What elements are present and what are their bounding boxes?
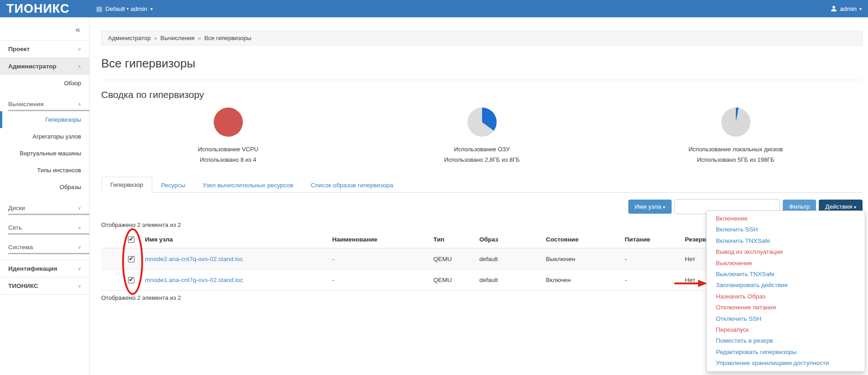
cell-naming: - (329, 248, 430, 269)
tionix-logo: ТИОНИКС (0, 2, 90, 16)
ram-pie-chart (467, 108, 497, 137)
sidebar-item-images[interactable]: Образы (0, 179, 89, 195)
menu-item-assign-image[interactable]: Назначить Образ (707, 291, 865, 302)
page-title: Все гипервизоры (101, 46, 863, 80)
actions-dropdown-menu: Включение Включить SSH Включить TNXSafe … (706, 211, 865, 372)
sidebar-group-label: Система (8, 244, 33, 251)
sidebar-group-disks[interactable]: Диски ∨ (0, 200, 89, 215)
chevron-down-icon: ∨ (78, 225, 81, 230)
sidebar-item-host-aggregates[interactable]: Агрегаторы узлов (0, 128, 89, 145)
tab-resources[interactable]: Ресурсы (152, 178, 194, 193)
actions-button-label: Действия (825, 203, 852, 210)
project-context-switcher[interactable]: ▤ Default • admin ▾ (96, 5, 153, 12)
chart-title: Использование ОЗУ (355, 144, 609, 154)
tab-bar: Гипервизор Ресурсы Узел вычислительных р… (101, 177, 863, 193)
chart-title: Использование VCPU (101, 144, 355, 154)
sidebar-item-label: ТИОНИКС (8, 283, 38, 289)
chevron-down-icon: ∨ (78, 205, 81, 211)
chevron-down-icon: ∨ (78, 245, 81, 250)
user-icon (831, 5, 837, 12)
sidebar-group-network[interactable]: Сеть ∨ (0, 220, 89, 235)
vcpu-usage-chart: Использование VCPU Использовано 8 из 4 (101, 108, 355, 165)
menu-item-power-disconnect[interactable]: Отключение питания (707, 302, 865, 313)
tab-hypervisor-images[interactable]: Список образов гипервизора (302, 178, 402, 193)
column-header-type: Тип (430, 231, 476, 248)
breadcrumb-separator: » (154, 35, 157, 41)
top-bar: ТИОНИКС ▤ Default • admin ▾ admin ▾ (0, 0, 868, 17)
tab-compute-host[interactable]: Узел вычислительных ресурсов (194, 178, 302, 193)
hypervisor-link[interactable]: mnode1.ana-cnt7q-ovs-02.stand.loc (145, 277, 243, 283)
column-header-node-name: Имя узла (141, 231, 329, 248)
hypervisor-summary-charts: Использование VCPU Использовано 8 из 4 И… (101, 108, 863, 165)
sidebar-item-hypervisors[interactable]: Гипервизоры (0, 111, 89, 128)
breadcrumb-current: Все гипервизоры (204, 35, 251, 41)
sidebar-item-overview[interactable]: Обзор (0, 75, 89, 92)
select-all-checkbox[interactable] (128, 236, 134, 243)
row-checkbox[interactable] (128, 277, 134, 283)
vcpu-pie-chart (214, 108, 243, 137)
sidebar-item-virtual-machines[interactable]: Виртуальные машины (0, 145, 89, 162)
sidebar: « Проект ∨ Администратор ∧ Обзор Вычисле… (0, 17, 90, 375)
sidebar-group-system[interactable]: Система ∨ (0, 239, 89, 254)
chevron-down-icon: ∨ (78, 46, 81, 51)
cell-power: - (621, 248, 681, 269)
menu-item-power-off[interactable]: Выключение (707, 258, 865, 269)
sidebar-collapse-button[interactable]: « (0, 17, 89, 40)
cell-state: Выключен (542, 248, 621, 269)
column-header-power: Питание (621, 231, 681, 248)
user-name: admin (840, 5, 857, 12)
menu-item-decommission[interactable]: Вывод из эксплуатации (707, 247, 865, 257)
breadcrumb-admin[interactable]: Администратор (108, 35, 151, 41)
project-table-icon: ▤ (96, 5, 102, 12)
sidebar-item-project[interactable]: Проект ∨ (0, 40, 89, 57)
chevron-down-icon: ∨ (78, 283, 81, 288)
caret-down-icon: ▾ (663, 205, 665, 210)
breadcrumb-separator: » (198, 35, 201, 41)
menu-item-restart[interactable]: Перезапуск (707, 324, 865, 335)
sidebar-item-tionix[interactable]: ТИОНИКС ∨ (0, 277, 89, 295)
sidebar-item-label: Проект (8, 46, 30, 52)
column-header-state: Состояние (542, 231, 621, 248)
menu-item-manage-availability-storages[interactable]: Управление хранилищами доступности (707, 358, 865, 369)
row-checkbox[interactable] (128, 256, 134, 262)
sidebar-item-identity[interactable]: Идентификация ∨ (0, 260, 89, 277)
cell-type: QEMU (430, 248, 476, 269)
sidebar-item-admin[interactable]: Администратор ∧ (0, 57, 89, 75)
menu-item-schedule-action[interactable]: Запланировать действие (707, 280, 865, 291)
breadcrumb-compute[interactable]: Вычисления (160, 35, 195, 41)
chart-subtitle: Использовано 2,8ГБ из 8ГБ (355, 154, 609, 165)
project-context-label: Default • admin (105, 5, 147, 12)
filter-field-dropdown[interactable]: Имя узла ▾ (628, 200, 672, 214)
sidebar-item-instance-types[interactable]: Типы инстансов (0, 162, 89, 179)
cell-type: QEMU (430, 269, 476, 290)
sidebar-group-compute[interactable]: Вычисления ∧ (0, 96, 89, 111)
chevron-down-icon: ∨ (78, 266, 81, 271)
tab-hypervisor[interactable]: Гипервизор (101, 177, 152, 193)
sidebar-group-label: Вычисления (8, 101, 44, 108)
menu-item-place-in-reserve[interactable]: Поместить в резерв (707, 335, 865, 346)
menu-item-power-on[interactable]: Включение (707, 213, 865, 224)
user-menu[interactable]: admin ▾ (831, 5, 868, 12)
menu-item-disable-tnxsafe[interactable]: Выключить TNXSafe (707, 269, 865, 280)
cell-power: - (621, 269, 681, 290)
column-header-image: Образ (476, 231, 542, 248)
menu-item-edit-hypervisors[interactable]: Редактировать гипервизоры (707, 347, 865, 358)
menu-item-disable-ssh[interactable]: Отключить SSH (707, 313, 865, 324)
chart-subtitle: Использовано 8 из 4 (101, 154, 355, 165)
cell-image: default (476, 248, 542, 269)
cell-image: default (476, 269, 542, 290)
caret-down-icon: ▾ (859, 6, 862, 11)
chevron-up-icon: ∧ (78, 102, 81, 107)
breadcrumb: Администратор»Вычисления»Все гипервизоры (101, 31, 863, 46)
ram-usage-chart: Использование ОЗУ Использовано 2,8ГБ из … (355, 108, 609, 165)
menu-item-enable-ssh[interactable]: Включить SSH (707, 224, 865, 235)
cell-naming: - (329, 269, 430, 290)
caret-down-icon: ▾ (150, 6, 153, 11)
filter-field-label: Имя узла (635, 203, 661, 210)
hypervisor-link[interactable]: mnode2.ana-cnt7q-ovs-02.stand.loc (145, 256, 243, 262)
caret-down-icon: ▾ (854, 205, 856, 210)
menu-item-enable-tnxsafe[interactable]: Включить TNXSafe (707, 236, 865, 247)
sidebar-item-label: Администратор (8, 63, 56, 70)
sidebar-item-label: Идентификация (8, 265, 57, 272)
sidebar-group-label: Диски (8, 205, 25, 211)
